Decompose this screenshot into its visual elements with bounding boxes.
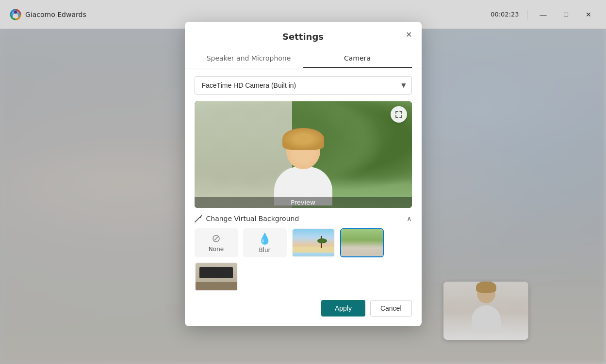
tab-camera[interactable]: Camera xyxy=(303,49,412,68)
camera-select-wrapper: FaceTime HD Camera (Built in) ▼ xyxy=(195,76,412,95)
blur-icon: 💧 xyxy=(258,233,271,245)
bg-option-room[interactable] xyxy=(195,262,238,291)
fit-icon xyxy=(395,111,403,118)
dialog-body: FaceTime HD Camera (Built in) ▼ xyxy=(185,68,422,326)
bg-option-blur[interactable]: 💧 Blur xyxy=(243,228,287,257)
blur-label: Blur xyxy=(259,247,270,253)
virtual-bg-label: Change Virtual Background xyxy=(206,215,299,222)
camera-preview: Preview xyxy=(195,101,412,208)
cancel-button[interactable]: Cancel xyxy=(370,300,412,317)
svg-point-3 xyxy=(200,216,201,217)
apply-button[interactable]: Apply xyxy=(321,300,365,317)
room-preview xyxy=(196,263,237,290)
bg-option-forest[interactable] xyxy=(340,228,384,257)
background-options: ⊘ None 💧 Blur xyxy=(195,228,412,291)
bg-option-beach[interactable] xyxy=(292,228,335,257)
preview-label: Preview xyxy=(195,197,412,208)
modal-overlay: Settings ✕ Speaker and Microphone Camera… xyxy=(0,0,606,364)
fit-to-frame-button[interactable] xyxy=(391,106,407,123)
beach-preview xyxy=(293,229,334,256)
settings-dialog: Settings ✕ Speaker and Microphone Camera… xyxy=(185,22,422,326)
virtual-bg-title-group: Change Virtual Background xyxy=(195,215,299,222)
preview-person-hair xyxy=(282,128,324,150)
action-buttons: Apply Cancel xyxy=(195,300,412,317)
none-label: None xyxy=(209,246,224,253)
svg-line-2 xyxy=(195,218,199,222)
dialog-tabs: Speaker and Microphone Camera xyxy=(185,49,422,68)
forest-preview xyxy=(341,229,383,256)
close-dialog-button[interactable]: ✕ xyxy=(402,28,416,41)
chevron-up-icon: ∧ xyxy=(407,215,411,222)
virtual-bg-section-header[interactable]: Change Virtual Background ∧ xyxy=(195,215,412,222)
bg-option-none[interactable]: ⊘ None xyxy=(195,228,238,257)
none-icon: ⊘ xyxy=(212,233,220,244)
camera-select[interactable]: FaceTime HD Camera (Built in) xyxy=(195,76,412,95)
preview-person-head xyxy=(286,133,320,169)
magic-wand-icon xyxy=(195,215,202,222)
tab-speaker-microphone[interactable]: Speaker and Microphone xyxy=(195,49,303,68)
dialog-title: Settings xyxy=(185,22,422,42)
